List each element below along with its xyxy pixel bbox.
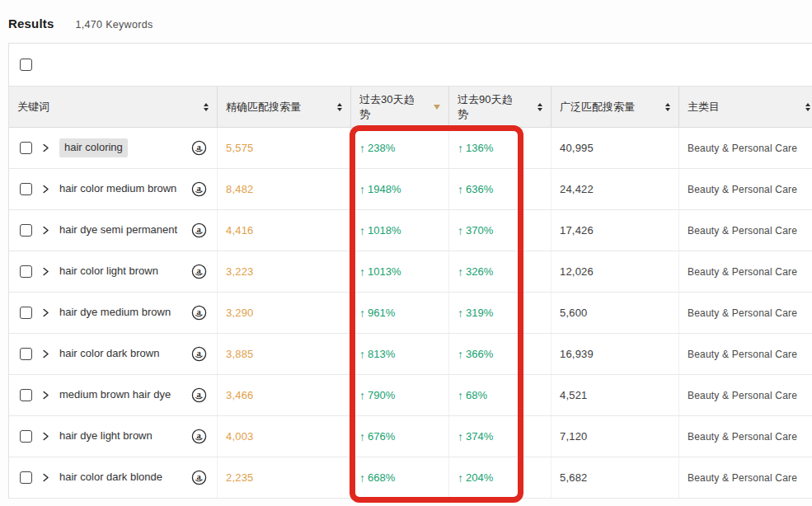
trend-90d-value: 636% <box>466 183 493 195</box>
amazon-icon[interactable]: a <box>191 140 207 156</box>
expand-chevron-icon[interactable] <box>41 349 50 358</box>
table-row[interactable]: hair color dark blonde a 2,235 ↑668% ↑20… <box>9 457 812 499</box>
trend-30d-cell: ↑813% <box>350 334 448 374</box>
trend-90d-cell: ↑68% <box>448 375 551 415</box>
broad-volume-value: 16,939 <box>560 348 594 360</box>
category-cell: Beauty & Personal Care <box>678 251 812 292</box>
keyword-label[interactable]: hair dye light brown <box>59 429 153 443</box>
table-row[interactable]: hair color dark brown a 3,885 ↑813% ↑366… <box>9 334 812 375</box>
expand-chevron-icon[interactable] <box>41 432 50 441</box>
exact-volume-value: 5,575 <box>226 142 254 154</box>
row-checkbox[interactable] <box>20 430 32 443</box>
results-header: Results 1,470 Keywords <box>8 16 153 30</box>
column-header[interactable]: 精确匹配搜索量 <box>217 87 350 127</box>
table-header-row: 关键词 精确匹配搜索量 过去30天趋势 过去90天趋势 广泛匹配搜索量 主类目 <box>9 86 812 128</box>
broad-volume-cell: 16,939 <box>551 334 678 374</box>
trend-90d-cell: ↑374% <box>448 416 551 457</box>
trend-up-icon: ↑ <box>359 142 365 155</box>
trend-30d-cell: ↑1948% <box>350 169 448 209</box>
keyword-label[interactable]: hair color dark brown <box>59 347 159 361</box>
amazon-icon[interactable]: a <box>191 429 207 444</box>
amazon-icon[interactable]: a <box>191 223 207 238</box>
trend-up-icon: ↑ <box>359 307 365 320</box>
row-checkbox[interactable] <box>20 307 32 319</box>
amazon-icon[interactable]: a <box>191 181 207 197</box>
table-row[interactable]: hair dye medium brown a 3,290 ↑961% ↑319… <box>9 293 812 334</box>
keyword-label[interactable]: hair dye medium brown <box>59 306 171 320</box>
exact-volume-value: 3,223 <box>226 265 254 278</box>
row-checkbox[interactable] <box>20 348 32 360</box>
exact-volume-value: 4,003 <box>226 430 254 443</box>
trend-30d-cell: ↑961% <box>350 293 448 333</box>
category-label: Beauty & Personal Care <box>688 225 797 237</box>
keyword-label[interactable]: hair color medium brown <box>59 182 176 196</box>
keyword-label[interactable]: hair color dark blonde <box>59 471 162 485</box>
broad-volume-value: 5,600 <box>560 307 588 319</box>
category-cell: Beauty & Personal Care <box>678 375 812 415</box>
exact-volume-value: 4,416 <box>226 224 254 237</box>
column-header-label: 关键词 <box>17 100 49 115</box>
page-title: Results <box>8 16 54 30</box>
keyword-label[interactable]: hair color light brown <box>59 265 158 279</box>
column-header[interactable]: 过去30天趋势 <box>350 87 448 127</box>
sort-icon <box>660 103 670 111</box>
expand-chevron-icon[interactable] <box>41 185 50 194</box>
trend-30d-cell: ↑238% <box>350 128 448 168</box>
column-header[interactable]: 主类目 <box>678 87 812 127</box>
svg-text:a: a <box>196 225 201 234</box>
row-checkbox[interactable] <box>20 183 32 195</box>
category-cell: Beauty & Personal Care <box>678 334 812 374</box>
trend-up-icon: ↑ <box>359 183 365 196</box>
amazon-icon[interactable]: a <box>191 305 207 321</box>
amazon-icon[interactable]: a <box>191 470 207 485</box>
column-header-label: 过去30天趋势 <box>359 92 419 121</box>
table-row[interactable]: hair color medium brown a 8,482 ↑1948% ↑… <box>9 169 812 210</box>
row-checkbox[interactable] <box>20 389 32 401</box>
table-row[interactable]: hair color light brown a 3,223 ↑1013% ↑3… <box>9 251 812 293</box>
expand-chevron-icon[interactable] <box>41 226 50 235</box>
table-row[interactable]: medium brown hair dye a 3,466 ↑790% ↑68%… <box>9 375 812 416</box>
category-label: Beauty & Personal Care <box>688 472 797 484</box>
row-checkbox[interactable] <box>20 224 32 237</box>
trend-up-icon: ↑ <box>458 265 463 279</box>
keyword-label[interactable]: medium brown hair dye <box>59 388 171 402</box>
trend-up-icon: ↑ <box>458 142 463 155</box>
amazon-icon[interactable]: a <box>191 264 207 279</box>
exact-volume-cell: 5,575 <box>217 128 350 168</box>
keyword-label[interactable]: hair dye semi permanent <box>59 223 177 237</box>
row-checkbox[interactable] <box>20 471 32 484</box>
column-header[interactable]: 关键词 <box>9 87 217 127</box>
broad-volume-cell: 40,995 <box>551 128 678 168</box>
expand-chevron-icon[interactable] <box>41 391 50 400</box>
expand-chevron-icon[interactable] <box>41 267 50 276</box>
trend-30d-value: 668% <box>368 471 395 484</box>
expand-chevron-icon[interactable] <box>41 308 50 317</box>
table-row[interactable]: hair dye semi permanent a 4,416 ↑1018% ↑… <box>9 210 812 251</box>
category-cell: Beauty & Personal Care <box>678 210 812 251</box>
trend-30d-value: 1948% <box>368 183 401 195</box>
broad-volume-cell: 24,422 <box>551 169 678 209</box>
column-header[interactable]: 过去90天趋势 <box>448 87 551 127</box>
keyword-label[interactable]: hair coloring <box>59 138 128 157</box>
table-row[interactable]: hair dye light brown a 4,003 ↑676% ↑374%… <box>9 416 812 457</box>
amazon-icon[interactable]: a <box>191 387 207 403</box>
expand-chevron-icon[interactable] <box>41 143 50 152</box>
keyword-cell: hair color dark brown a <box>9 334 217 374</box>
trend-30d-value: 813% <box>368 348 395 360</box>
trend-up-icon: ↑ <box>458 389 463 402</box>
select-all-checkbox[interactable] <box>20 59 32 71</box>
trend-30d-cell: ↑1013% <box>350 251 448 292</box>
category-cell: Beauty & Personal Care <box>678 293 812 333</box>
trend-30d-cell: ↑668% <box>350 457 448 498</box>
amazon-icon[interactable]: a <box>191 346 207 362</box>
trend-30d-cell: ↑1018% <box>350 210 448 251</box>
expand-chevron-icon[interactable] <box>41 473 50 482</box>
table-body: hair coloring a 5,575 ↑238% ↑136% 40,995… <box>9 128 812 499</box>
exact-volume-cell: 3,223 <box>217 251 350 292</box>
trend-90d-value: 326% <box>466 265 493 278</box>
column-header[interactable]: 广泛匹配搜索量 <box>551 87 678 127</box>
exact-volume-value: 8,482 <box>226 183 254 195</box>
table-row[interactable]: hair coloring a 5,575 ↑238% ↑136% 40,995… <box>9 128 812 169</box>
row-checkbox[interactable] <box>20 142 32 154</box>
row-checkbox[interactable] <box>20 265 32 278</box>
